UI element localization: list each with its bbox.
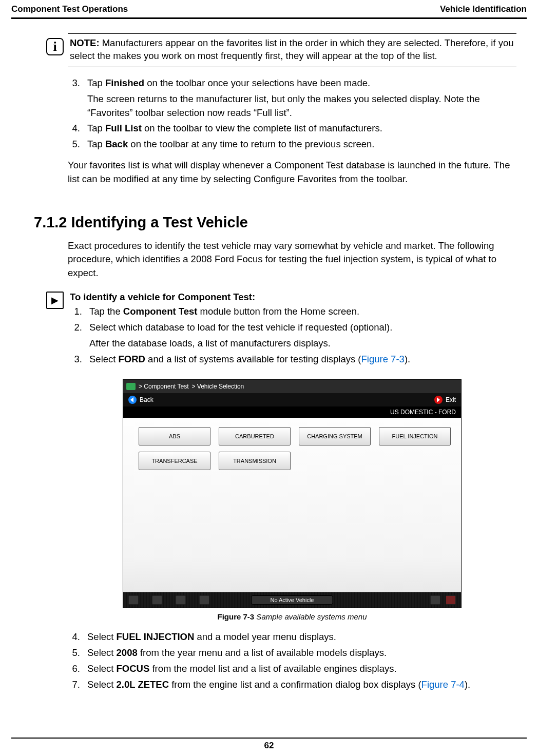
list-item: 7. Select 2.0L ZETEC from the engine lis… [68, 678, 516, 692]
play-icon: ▶ [46, 292, 64, 309]
home-icon[interactable] [128, 595, 139, 605]
list-item: 1. Tap the Component Test module button … [70, 305, 516, 319]
wifi-icon [430, 595, 440, 605]
note-body: NOTE: Manufacturers appear on the favori… [70, 37, 516, 63]
exit-label: Exit [446, 396, 456, 403]
figure-link[interactable]: Figure 7-3 [361, 354, 405, 364]
header-rule [11, 17, 527, 19]
step-number: 5. [68, 646, 80, 660]
figure-link[interactable]: Figure 7-4 [421, 679, 465, 690]
back-button[interactable]: Back [128, 396, 153, 404]
toolbar-icon[interactable] [199, 595, 209, 605]
list-item: 2. Select which database to load for the… [70, 321, 516, 351]
figure-7-3: > Component Test > Vehicle Selection Bac… [123, 379, 462, 621]
list-item: 4. Select FUEL INJECTION and a model yea… [68, 630, 516, 644]
system-button-transfercase[interactable]: TRANSFERCASE [139, 452, 210, 470]
step-number: 3. [70, 353, 82, 366]
figure-caption: Figure 7-3 Sample available systems menu [123, 612, 462, 621]
step-number: 5. [68, 138, 80, 151]
system-button-carbureted[interactable]: CARBURETED [219, 427, 291, 445]
header-right: Vehicle Identification [440, 4, 527, 14]
list-item: 3. Select FORD and a list of systems ava… [70, 353, 516, 366]
step-number: 4. [68, 630, 80, 644]
screenshot-footer: No Active Vehicle [123, 592, 461, 608]
section-heading: 7.1.2 Identifying a Test Vehicle [34, 214, 516, 231]
back-arrow-icon [128, 396, 137, 404]
body-paragraph: Your favorites list is what will display… [68, 159, 516, 186]
step-number: 1. [70, 305, 82, 319]
step-number: 2. [70, 321, 82, 351]
note-text: Manufacturers appear on the favorites li… [70, 37, 513, 61]
note-bottom-rule [68, 67, 516, 67]
breadcrumb: > Component Test [139, 383, 189, 390]
logo-icon [126, 383, 136, 390]
system-button-charging-system[interactable]: CHARGING SYSTEM [299, 427, 371, 445]
back-label: Back [140, 396, 153, 403]
toolbar-icon[interactable] [176, 595, 186, 605]
system-button-abs[interactable]: ABS [139, 427, 210, 445]
step-subtext: The screen returns to the manufacturer l… [87, 92, 516, 120]
breadcrumb: > Vehicle Selection [192, 383, 244, 390]
screenshot-titlebar: > Component Test > Vehicle Selection [123, 380, 461, 393]
status-badge: No Active Vehicle [252, 595, 333, 605]
info-icon: i [46, 38, 64, 55]
battery-icon [446, 595, 456, 605]
list-item: 4. Tap Full List on the toolbar to view … [68, 122, 516, 135]
page-number: 62 [0, 741, 538, 751]
header-left: Component Test Operations [11, 4, 128, 14]
list-item: 5. Select 2008 from the year menu and a … [68, 646, 516, 660]
step-subtext: After the database loads, a list of manu… [89, 337, 516, 351]
body-paragraph: Exact procedures to identify the test ve… [68, 239, 516, 280]
procedure-title: To identify a vehicle for Component Test… [70, 292, 516, 303]
system-button-fuel-injection[interactable]: FUEL INJECTION [379, 427, 451, 445]
toolbar-icon[interactable] [152, 595, 162, 605]
list-item: 3. Tap Finished on the toolbar once your… [68, 76, 516, 120]
exit-arrow-icon [434, 396, 443, 404]
exit-button[interactable]: Exit [434, 396, 456, 404]
note-top-rule [68, 33, 516, 34]
note-title: NOTE: [70, 37, 100, 48]
list-item: 6. Select FOCUS from the model list and … [68, 662, 516, 676]
system-button-transmission[interactable]: TRANSMISSION [219, 452, 291, 470]
step-number: 4. [68, 122, 80, 135]
step-number: 6. [68, 662, 80, 676]
footer-rule [11, 738, 527, 739]
step-number: 7. [68, 678, 80, 692]
context-bar: US DOMESTIC - FORD [123, 406, 461, 418]
step-number: 3. [68, 76, 80, 120]
list-item: 5. Tap Back on the toolbar at any time t… [68, 138, 516, 151]
